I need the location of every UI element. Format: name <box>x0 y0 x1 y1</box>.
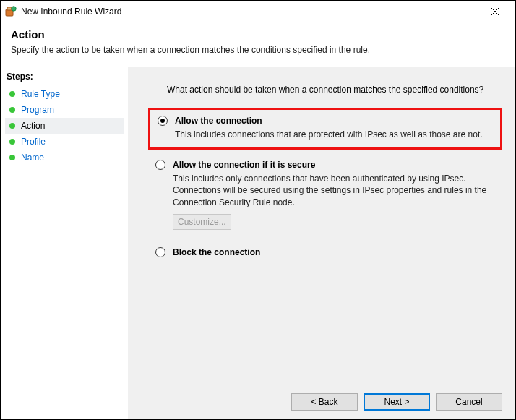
steps-sidebar: Steps: Rule Type Program Action Profile … <box>1 67 128 419</box>
page-subtitle: Specify the action to be taken when a co… <box>11 45 505 55</box>
radio-row[interactable]: Block the connection <box>155 247 495 257</box>
options-group: Allow the connection This includes conne… <box>148 108 502 269</box>
option-title: Block the connection <box>173 247 260 257</box>
step-action[interactable]: Action <box>5 118 124 134</box>
option-block: Block the connection <box>148 241 502 265</box>
option-title: Allow the connection <box>175 116 262 126</box>
step-label: Name <box>21 153 44 163</box>
app-icon <box>5 6 17 17</box>
button-bar: < Back Next > Cancel <box>141 386 502 411</box>
bullet-icon <box>9 139 15 145</box>
bullet-icon <box>9 155 15 160</box>
radio-block[interactable] <box>155 247 165 257</box>
title-bar: New Inbound Rule Wizard <box>1 1 515 22</box>
wizard-header: Action Specify the action to be taken wh… <box>1 22 515 62</box>
close-button[interactable] <box>478 1 511 22</box>
step-label: Profile <box>21 137 46 147</box>
main-panel: What action should be taken when a conne… <box>128 67 515 419</box>
option-allow: Allow the connection This includes conne… <box>148 108 502 150</box>
option-allow-secure: Allow the connection if it is secure Thi… <box>148 154 502 237</box>
steps-heading: Steps: <box>5 72 128 82</box>
question-text: What action should be taken when a conne… <box>167 85 502 95</box>
step-profile[interactable]: Profile <box>5 134 124 150</box>
bullet-icon <box>9 91 15 97</box>
step-name[interactable]: Name <box>5 150 124 166</box>
svg-rect-1 <box>7 7 12 10</box>
cancel-button[interactable]: Cancel <box>436 393 502 411</box>
next-button[interactable]: Next > <box>364 393 430 411</box>
wizard-window: New Inbound Rule Wizard Action Specify t… <box>0 0 516 420</box>
option-desc: This includes only connections that have… <box>173 173 495 208</box>
step-rule-type[interactable]: Rule Type <box>5 86 124 102</box>
radio-row[interactable]: Allow the connection if it is secure <box>155 160 495 170</box>
close-icon <box>491 8 499 15</box>
back-button[interactable]: < Back <box>291 393 358 411</box>
svg-point-2 <box>12 7 16 11</box>
option-title: Allow the connection if it is secure <box>173 160 315 170</box>
step-label: Action <box>21 121 45 131</box>
window-title: New Inbound Rule Wizard <box>21 7 121 17</box>
bullet-icon <box>9 107 15 113</box>
step-label: Rule Type <box>21 89 60 99</box>
option-desc: This includes connections that are prote… <box>175 129 493 140</box>
step-label: Program <box>21 105 54 115</box>
page-title: Action <box>11 28 505 40</box>
radio-row[interactable]: Allow the connection <box>158 116 493 126</box>
step-program[interactable]: Program <box>5 102 124 118</box>
radio-allow[interactable] <box>158 116 168 126</box>
customize-button: Customize... <box>173 214 231 230</box>
radio-allow-secure[interactable] <box>155 160 165 170</box>
bullet-icon <box>9 123 15 129</box>
